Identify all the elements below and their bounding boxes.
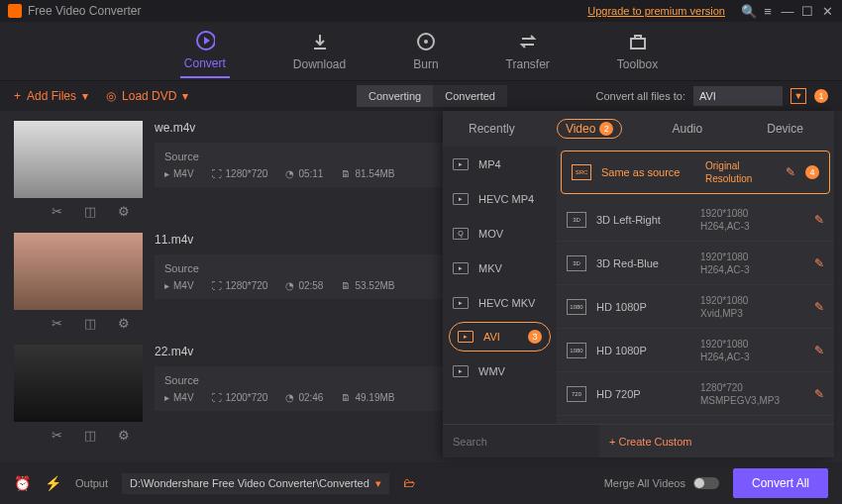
search-input[interactable] — [443, 425, 599, 457]
preset-name: 3D Left-Right — [596, 214, 690, 226]
edit-icon[interactable]: ✎ — [814, 344, 824, 357]
output-path-combo[interactable]: D:\Wondershare Free Video Converter\Conv… — [122, 473, 389, 494]
maximize-button[interactable]: ☐ — [800, 4, 814, 19]
format-mkv[interactable]: ▸MKV — [443, 251, 557, 285]
format-wmv[interactable]: ▸WMV — [443, 353, 557, 388]
edit-icon[interactable]: ✎ — [814, 387, 824, 401]
preset-name: Same as source — [601, 166, 695, 178]
load-dvd-button[interactable]: ◎ Load DVD ▾ — [106, 89, 188, 103]
preset-item[interactable]: 1080 HD 1080P 1920*1080H264,AC-3 ✎ — [557, 329, 834, 372]
format-hevc-mkv[interactable]: ▸HEVC MKV — [443, 285, 557, 320]
tab-burn[interactable]: Burn — [409, 26, 442, 77]
preset-same-as-source[interactable]: SRC Same as source Original Resolution ✎… — [561, 151, 830, 194]
crop-icon[interactable]: ◫ — [84, 316, 96, 331]
toggle-switch[interactable] — [693, 477, 719, 489]
app-title: Free Video Converter — [28, 4, 142, 18]
svg-rect-4 — [631, 39, 645, 49]
format-icon: ▸ — [453, 262, 469, 274]
duration-chip: ◔ 02:58 — [285, 280, 323, 291]
format-mov[interactable]: QMOV — [443, 216, 557, 251]
output-label: Output — [75, 477, 108, 489]
add-files-button[interactable]: + Add Files ▾ — [14, 89, 88, 103]
format-dropdown-button[interactable]: ▼ — [790, 88, 806, 104]
preset-item[interactable]: 720 HD 720P 1280*720MSMPEGV3,MP3 ✎ — [557, 372, 834, 416]
panel-tab-recently[interactable]: Recently — [443, 111, 541, 147]
format-hevc-mp4[interactable]: ▸HEVC MP4 — [443, 181, 557, 216]
menu-icon[interactable]: ≡ — [761, 4, 775, 19]
resolution-chip: ⛶ 1280*720 — [212, 280, 268, 291]
preset-item[interactable]: 3D 3D Left-Right 1920*1080H264,AC-3 ✎ — [557, 198, 834, 242]
format-icon: Q — [453, 228, 469, 240]
preset-name: 3D Red-Blue — [596, 257, 690, 269]
create-custom-button[interactable]: + Create Custom — [599, 436, 834, 448]
format-icon: ▸ — [453, 365, 469, 377]
download-icon — [310, 32, 330, 51]
minimize-button[interactable]: — — [781, 4, 794, 19]
tab-converting[interactable]: Converting — [357, 85, 433, 107]
effects-icon[interactable]: ⚙ — [118, 204, 130, 219]
clock-icon[interactable]: ⏰ — [14, 475, 31, 491]
tab-converted[interactable]: Converted — [433, 85, 507, 107]
chevron-down-icon: ▾ — [375, 477, 381, 490]
format-icon: ▸ — [453, 158, 469, 170]
panel-tab-device[interactable]: Device — [736, 111, 834, 147]
convert-all-label: Convert all files to: — [596, 90, 685, 102]
thumbnail[interactable] — [14, 121, 143, 198]
tab-download[interactable]: Download — [289, 26, 350, 77]
output-format-combo[interactable]: AVI — [693, 86, 783, 106]
preset-list: SRC Same as source Original Resolution ✎… — [557, 147, 834, 424]
crop-icon[interactable]: ◫ — [84, 204, 96, 219]
edit-icon[interactable]: ✎ — [814, 300, 824, 314]
effects-icon[interactable]: ⚙ — [118, 316, 130, 331]
preset-item[interactable]: 1080 HD 1080P 1920*1080Xvid,MP3 ✎ — [557, 285, 834, 329]
tab-label: Convert — [184, 56, 226, 70]
format-icon: ▸ — [453, 297, 469, 309]
load-dvd-label: Load DVD — [122, 89, 176, 103]
preset-name: HD 720P — [596, 388, 690, 400]
cut-icon[interactable]: ✂ — [52, 316, 62, 331]
thumbnail[interactable] — [14, 233, 143, 310]
thumbnail[interactable] — [14, 345, 143, 422]
step-badge-2: 2 — [599, 122, 613, 136]
toolbox-icon — [628, 32, 648, 51]
upgrade-link[interactable]: Upgrade to premium version — [587, 5, 725, 17]
format-avi[interactable]: ▸AVI3 — [449, 322, 551, 352]
accelerate-icon[interactable]: ⚡ — [45, 475, 61, 491]
preset-item[interactable]: 3D 3D Red-Blue 1920*1080H264,AC-3 ✎ — [557, 242, 834, 285]
crop-icon[interactable]: ◫ — [84, 428, 96, 443]
edit-icon[interactable]: ✎ — [786, 165, 795, 179]
cut-icon[interactable]: ✂ — [52, 204, 62, 219]
open-folder-icon[interactable]: 🗁 — [403, 476, 415, 490]
chevron-down-icon: ▾ — [82, 89, 88, 103]
format-panel: Recently Video2 Audio Device ▸MP4 ▸HEVC … — [443, 111, 834, 457]
plus-icon: + — [14, 89, 21, 103]
tab-convert[interactable]: Convert — [180, 25, 230, 78]
size-chip: 🗎 49.19MB — [341, 392, 394, 403]
preset-name: HD 1080P — [596, 345, 690, 356]
duration-chip: ◔ 02:46 — [285, 392, 323, 403]
preset-icon: 1080 — [567, 343, 586, 358]
convert-all-button[interactable]: Convert All — [733, 468, 828, 498]
format-chip: ▸ M4V — [164, 280, 194, 291]
preset-icon: SRC — [572, 164, 591, 180]
effects-icon[interactable]: ⚙ — [118, 428, 130, 443]
tab-transfer[interactable]: Transfer — [502, 26, 554, 77]
edit-icon[interactable]: ✎ — [814, 256, 824, 270]
tab-toolbox[interactable]: Toolbox — [613, 26, 662, 77]
panel-tab-audio[interactable]: Audio — [639, 111, 737, 147]
cut-icon[interactable]: ✂ — [52, 428, 62, 443]
preset-icon: 720 — [567, 386, 586, 402]
svg-point-3 — [424, 40, 428, 44]
svg-marker-1 — [204, 37, 210, 45]
format-mp4[interactable]: ▸MP4 — [443, 147, 557, 181]
svg-rect-5 — [635, 36, 641, 39]
tab-label: Download — [293, 57, 346, 71]
preset-name: HD 1080P — [596, 301, 690, 313]
transfer-icon — [518, 32, 538, 51]
edit-icon[interactable]: ✎ — [814, 213, 824, 227]
duration-chip: ◔ 05:11 — [285, 168, 323, 179]
panel-tab-video[interactable]: Video2 — [541, 111, 639, 147]
search-icon[interactable]: 🔍 — [741, 4, 755, 19]
close-button[interactable]: ✕ — [820, 4, 834, 19]
merge-videos-toggle[interactable]: Merge All Videos — [604, 477, 719, 489]
